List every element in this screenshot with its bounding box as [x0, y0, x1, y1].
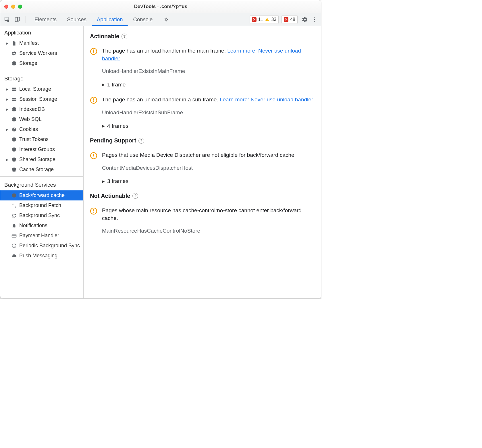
- svg-rect-11: [12, 88, 14, 89]
- issue-code: ContentMediaDevicesDispatcherHost: [102, 164, 296, 172]
- inspect-element-icon[interactable]: [3, 15, 12, 24]
- sidebar-item-label: Cookies: [19, 126, 38, 132]
- svg-point-40: [12, 169, 16, 170]
- svg-point-7: [314, 21, 315, 22]
- sidebar-item-manifest[interactable]: ▶Manifest: [0, 38, 83, 48]
- sidebar-item-label: Web SQL: [19, 116, 42, 122]
- grid-icon: [11, 96, 17, 102]
- tab-application[interactable]: Application: [92, 13, 128, 26]
- svg-point-5: [314, 17, 315, 18]
- close-button[interactable]: [4, 5, 8, 9]
- sidebar-item-notifications[interactable]: Notifications: [0, 221, 83, 231]
- sidebar-item-trust-tokens[interactable]: Trust Tokens: [0, 134, 83, 144]
- sidebar-item-label: Background Sync: [19, 213, 60, 219]
- tab-sources[interactable]: Sources: [62, 13, 92, 26]
- svg-rect-4: [267, 20, 267, 20]
- issues-icon: ✕: [284, 17, 288, 22]
- grid-icon: [11, 86, 17, 92]
- svg-point-34: [12, 149, 16, 150]
- svg-rect-2: [18, 17, 20, 21]
- sidebar-item-label: Session Storage: [19, 96, 57, 102]
- console-errors-warnings[interactable]: ✕ 11 33: [250, 15, 279, 24]
- more-options-icon[interactable]: [310, 15, 319, 24]
- sync-icon: [11, 213, 17, 219]
- settings-icon[interactable]: [300, 15, 309, 24]
- sidebar-item-label: Payment Handler: [19, 233, 59, 239]
- expand-arrow-icon: ▶: [5, 41, 9, 45]
- sidebar-item-storage[interactable]: Storage: [0, 58, 83, 68]
- traffic-lights: [4, 5, 22, 9]
- expand-arrow-icon: ▶: [5, 128, 9, 132]
- sidebar-section-header: Application: [0, 26, 83, 38]
- svg-point-6: [314, 19, 315, 20]
- sidebar-item-background-sync[interactable]: Background Sync: [0, 211, 83, 221]
- svg-rect-18: [14, 99, 16, 101]
- sidebar-item-shared-storage[interactable]: ▶Shared Storage: [0, 155, 83, 165]
- svg-point-43: [12, 195, 16, 196]
- expand-arrow-icon: ▶: [5, 158, 9, 162]
- minimize-button[interactable]: [11, 5, 15, 9]
- help-icon[interactable]: ?: [132, 193, 138, 199]
- warning-circle-icon: [90, 96, 97, 104]
- sidebar-item-periodic-background-sync[interactable]: Periodic Background Sync: [0, 241, 83, 251]
- db-icon: [11, 137, 17, 142]
- device-toggle-icon[interactable]: [13, 15, 22, 24]
- issue-row: The page has an unload handler in a sub …: [90, 96, 315, 130]
- sidebar-item-cache-storage[interactable]: Cache Storage: [0, 165, 83, 175]
- window-titlebar: DevTools - .com/?p=us: [0, 0, 321, 13]
- svg-rect-14: [14, 89, 16, 91]
- learn-more-link[interactable]: Learn more: Never use unload handler: [102, 48, 301, 61]
- sidebar-item-label: Storage: [19, 60, 37, 66]
- maximize-button[interactable]: [18, 5, 22, 9]
- issue-code: UnloadHandlerExistsInMainFrame: [102, 67, 315, 75]
- sidebar-item-label: Manifest: [19, 40, 39, 46]
- sidebar-item-background-fetch[interactable]: Background Fetch: [0, 200, 83, 211]
- tab-console[interactable]: Console: [128, 13, 158, 26]
- db-icon: [11, 147, 17, 152]
- svg-rect-50: [93, 52, 94, 53]
- cloud-icon: [11, 253, 17, 259]
- issues-badge[interactable]: ✕ 48: [282, 15, 298, 24]
- warning-circle-icon: [90, 152, 97, 159]
- svg-rect-45: [12, 234, 16, 237]
- more-tabs-icon[interactable]: [158, 13, 174, 26]
- application-sidebar: Application▶ManifestService WorkersStora…: [0, 26, 84, 298]
- sidebar-item-session-storage[interactable]: ▶Session Storage: [0, 94, 83, 104]
- sidebar-item-cookies[interactable]: ▶Cookies: [0, 124, 83, 134]
- svg-rect-17: [12, 99, 14, 101]
- svg-rect-55: [93, 154, 94, 156]
- sidebar-item-interest-groups[interactable]: Interest Groups: [0, 144, 83, 155]
- sidebar-item-indexeddb[interactable]: ▶IndexedDB: [0, 104, 83, 114]
- learn-more-link[interactable]: Learn more: Never use unload handler: [220, 96, 313, 103]
- sidebar-item-web-sql[interactable]: Web SQL: [0, 114, 83, 124]
- error-icon: ✕: [252, 17, 257, 22]
- frames-toggle[interactable]: ▶1 frame: [102, 81, 315, 89]
- db-icon: [11, 107, 17, 112]
- db-icon: [11, 117, 17, 122]
- help-icon[interactable]: ?: [122, 34, 127, 39]
- issue-code: UnloadHandlerExistsInSubFrame: [102, 109, 313, 117]
- issue-row: Pages whose main resource has cache-cont…: [90, 207, 315, 235]
- error-count: 11: [258, 17, 263, 22]
- frames-toggle[interactable]: ▶3 frames: [102, 177, 296, 185]
- sidebar-item-payment-handler[interactable]: Payment Handler: [0, 231, 83, 241]
- sidebar-item-label: Local Storage: [19, 86, 51, 92]
- frames-toggle[interactable]: ▶4 frames: [102, 122, 313, 130]
- sidebar-item-label: Periodic Background Sync: [19, 243, 80, 249]
- help-icon[interactable]: ?: [138, 138, 144, 144]
- sidebar-item-local-storage[interactable]: ▶Local Storage: [0, 84, 83, 94]
- expand-arrow-icon: ▶: [5, 87, 9, 91]
- sidebar-item-back-forward-cache[interactable]: Back/forward cache: [0, 190, 83, 200]
- sidebar-item-push-messaging[interactable]: Push Messaging: [0, 251, 83, 261]
- svg-rect-3: [267, 19, 267, 20]
- svg-point-20: [12, 109, 16, 110]
- sidebar-item-service-workers[interactable]: Service Workers: [0, 48, 83, 58]
- svg-point-23: [12, 119, 16, 120]
- clock-icon: [11, 243, 17, 249]
- db-icon: [11, 157, 17, 163]
- sidebar-item-label: Push Messaging: [19, 253, 57, 259]
- warning-count: 33: [271, 17, 276, 22]
- tab-elements[interactable]: Elements: [29, 13, 62, 26]
- issues-count: 48: [290, 17, 295, 22]
- warning-circle-icon: [90, 207, 97, 215]
